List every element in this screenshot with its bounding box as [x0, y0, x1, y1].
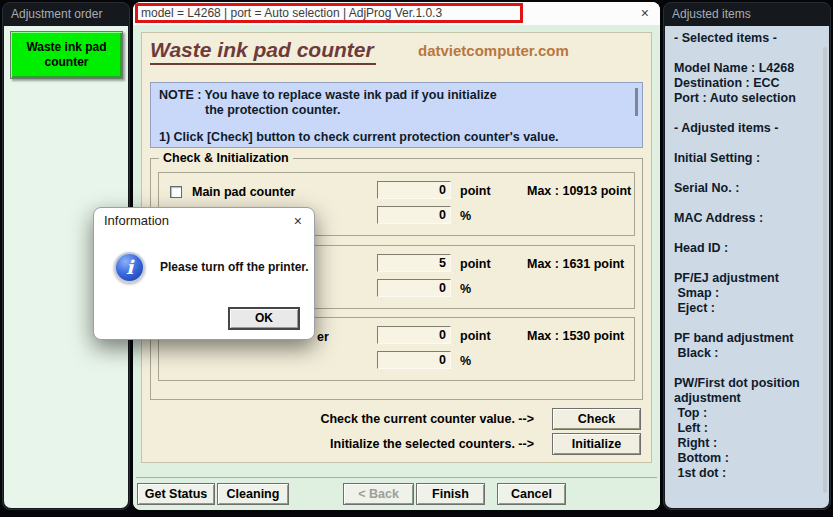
app-root: Adjustment order Waste ink pad counter m… [0, 0, 833, 517]
counter-percent-field[interactable]: 0 [377, 351, 451, 369]
counter-point-field[interactable]: 0 [377, 181, 451, 199]
list-item: Bottom : [674, 451, 821, 466]
waste-ink-pad-counter-item[interactable]: Waste ink pad counter [10, 31, 123, 79]
point-unit-label: point [460, 257, 491, 271]
list-item: Right : [674, 436, 821, 451]
list-item: Head ID : [674, 241, 821, 256]
counter-max-label: Max : 10913 point [527, 184, 631, 198]
point-unit-label: point [460, 184, 491, 198]
percent-unit-label: % [460, 282, 471, 296]
group-title: Check & Initialization [159, 151, 293, 165]
list-item: - Adjusted items - [674, 121, 821, 136]
counter-label-fragment: er [317, 330, 329, 344]
counter-percent-field[interactable]: 0 [377, 279, 451, 297]
list-item: 1st dot : [674, 466, 821, 481]
window-title: model = L4268 | port = Auto selection | … [141, 6, 442, 20]
main-pad-counter-checkbox[interactable] [170, 186, 182, 198]
finish-button[interactable]: Finish [416, 483, 485, 505]
adjustment-order-title: Adjustment order [3, 3, 129, 25]
point-unit-label: point [460, 329, 491, 343]
dialog-close-icon[interactable]: × [294, 213, 302, 229]
counter-max-label: Max : 1530 point [527, 329, 624, 343]
dialog-title: Information [94, 208, 314, 234]
list-item: Black : [674, 346, 821, 361]
info-icon: i [114, 252, 145, 283]
main-titlebar: model = L4268 | port = Auto selection | … [133, 2, 660, 25]
list-item: Initial Setting : [674, 151, 821, 166]
counter-label: Main pad counter [192, 185, 295, 199]
ok-button[interactable]: OK [228, 307, 300, 330]
list-item: Model Name : L4268 [674, 61, 821, 76]
list-item: Port : Auto selection [674, 91, 821, 106]
list-item: Eject : [674, 301, 821, 316]
note-line-2: the protection counter. [159, 103, 626, 118]
list-item: Left : [674, 421, 821, 436]
adjusted-items-panel: Adjusted items - Selected items - Model … [663, 2, 831, 510]
counter-max-label: Max : 1631 point [527, 257, 624, 271]
list-item: Smap : [674, 286, 821, 301]
note-box: NOTE : You have to replace waste ink pad… [150, 82, 643, 148]
list-item: Serial No. : [674, 181, 821, 196]
get-status-button[interactable]: Get Status [137, 483, 215, 505]
adjusted-items-body: - Selected items - Model Name : L4268 De… [665, 26, 829, 508]
list-item: Top : [674, 406, 821, 421]
dialog-message: Please turn off the printer. [160, 260, 309, 274]
counter-point-field[interactable]: 0 [377, 326, 451, 344]
check-instruction-label: Check the current counter value. --> [182, 412, 534, 426]
page-title: Waste ink pad counter [150, 38, 376, 65]
right-panel-scrollbar[interactable] [823, 47, 827, 493]
adjusted-items-title: Adjusted items [664, 3, 830, 25]
note-line-1: NOTE : You have to replace waste ink pad… [159, 88, 626, 103]
list-item: PF/EJ adjustment [674, 271, 821, 286]
back-button: < Back [343, 483, 414, 505]
note-line-3: 1) Click [Check] button to check current… [159, 130, 626, 145]
title-annotation-red-box: model = L4268 | port = Auto selection | … [135, 3, 523, 23]
close-icon[interactable]: × [641, 5, 649, 21]
note-scrollbar[interactable] [635, 88, 638, 116]
list-item: PW/First dot position adjustment [674, 376, 821, 406]
counter-point-field[interactable]: 5 [377, 254, 451, 272]
list-item: Destination : ECC [674, 76, 821, 91]
check-button[interactable]: Check [552, 408, 641, 430]
list-item: MAC Address : [674, 211, 821, 226]
cancel-button[interactable]: Cancel [497, 483, 566, 505]
information-dialog: Information × i Please turn off the prin… [93, 207, 315, 340]
list-item: PF band adjustment [674, 331, 821, 346]
initialize-button[interactable]: Initialize [552, 433, 641, 455]
list-item: - Selected items - [674, 31, 821, 46]
initialize-instruction-label: Initialize the selected counters. --> [182, 437, 534, 451]
cleaning-button[interactable]: Cleaning [217, 483, 289, 505]
bottom-separator [136, 477, 657, 478]
percent-unit-label: % [460, 209, 471, 223]
counter-percent-field[interactable]: 0 [377, 206, 451, 224]
percent-unit-label: % [460, 354, 471, 368]
watermark-text: datvietcomputer.com [418, 42, 569, 59]
